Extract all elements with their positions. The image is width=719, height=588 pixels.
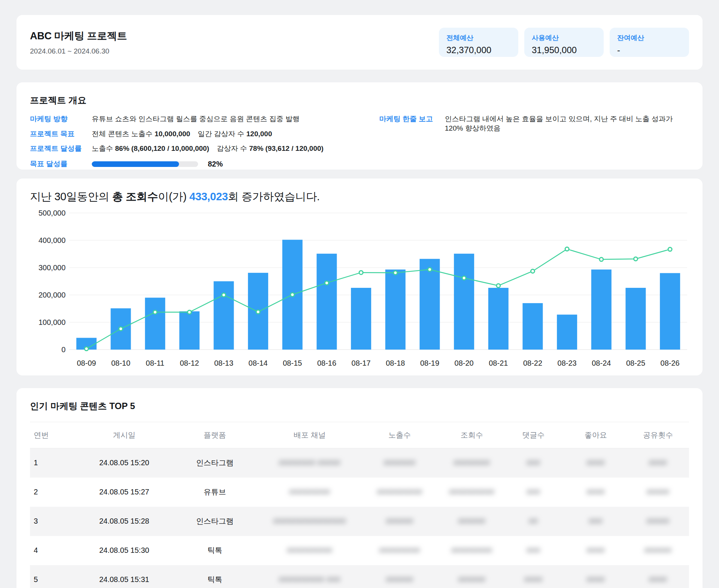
cell-no: 3 bbox=[30, 507, 80, 536]
budget-value: 32,370,000 bbox=[446, 45, 511, 55]
line-point bbox=[325, 281, 329, 285]
bar bbox=[557, 315, 577, 350]
x-axis-label: 08-11 bbox=[146, 359, 164, 367]
cell-platform: 인스타그램 bbox=[169, 448, 261, 478]
bar bbox=[591, 269, 612, 350]
bar bbox=[351, 288, 371, 350]
redacted-text: ######### bbox=[289, 488, 330, 496]
cell-channel-redacted: ########## bbox=[261, 536, 358, 565]
x-axis-label: 08-14 bbox=[249, 359, 268, 367]
cell-views-redacted: ########## bbox=[441, 478, 503, 507]
cell-views-redacted: ######## bbox=[441, 448, 503, 478]
bar bbox=[317, 254, 337, 350]
line-point bbox=[531, 269, 535, 273]
project-header-left: ABC 마케팅 프로젝트 2024.06.01 ~ 2024.06.30 bbox=[30, 29, 127, 55]
redacted-text: #### bbox=[649, 458, 667, 467]
chart-title-text: 지난 30일동안의 bbox=[30, 191, 112, 202]
cell-comments-redacted: ## bbox=[503, 507, 564, 536]
goal-number: 10,000,000 bbox=[155, 130, 190, 138]
x-axis-label: 08-13 bbox=[214, 359, 233, 367]
cell-shares-redacted: #### bbox=[627, 448, 689, 478]
line-point bbox=[634, 257, 638, 261]
table-row: 2 24.08.05 15:27 유튜브 ######### #########… bbox=[30, 478, 689, 507]
views-chart-card: 지난 30일동안의 총 조회수이(가) 433,023회 증가하였습니다. 01… bbox=[16, 179, 703, 375]
cell-channel-redacted: ######### bbox=[261, 478, 358, 507]
redacted-text: ###### bbox=[386, 575, 413, 584]
line-point bbox=[222, 293, 226, 297]
top-contents-title: 인기 마케팅 콘텐츠 TOP 5 bbox=[30, 400, 689, 412]
redacted-text: #### bbox=[649, 575, 667, 584]
chart-title-metric: 총 조회수 bbox=[112, 191, 158, 202]
column-header-no: 연번 bbox=[30, 422, 80, 448]
redacted-text: ##### bbox=[647, 488, 670, 496]
cell-platform: 틱톡 bbox=[169, 536, 261, 565]
cell-date: 24.08.05 15:27 bbox=[80, 478, 169, 507]
table-header-row: 연번 게시일 플랫폼 배포 채널 노출수 조회수 댓글수 좋아요 공유횟수 bbox=[30, 422, 689, 448]
overview-title: 프로젝트 개요 bbox=[30, 94, 689, 106]
column-header-shares: 공유횟수 bbox=[627, 422, 689, 448]
cell-likes-redacted: #### bbox=[564, 448, 627, 478]
line-point bbox=[291, 293, 294, 296]
redacted-text: #### bbox=[587, 546, 605, 554]
marketing-report-value: 인스타그램 내에서 높은 효율을 보이고 있으며, 지난 주 대비 노출 성과가… bbox=[445, 115, 689, 133]
redacted-text: ##### bbox=[647, 517, 670, 525]
cell-views-redacted: ###### bbox=[441, 565, 503, 588]
budget-box-total: 전체예산 32,370,000 bbox=[439, 28, 518, 57]
project-goal-value: 전체 콘텐츠 노출수 10,000,000일간 감상자 수 120,000 bbox=[92, 130, 272, 139]
project-header-card: ABC 마케팅 프로젝트 2024.06.01 ~ 2024.06.30 전체예… bbox=[16, 15, 703, 70]
redacted-text: ########## bbox=[377, 488, 422, 496]
x-axis-label: 08-18 bbox=[386, 359, 405, 367]
column-header-comments: 댓글수 bbox=[503, 422, 564, 448]
redacted-text: ###### bbox=[386, 517, 413, 525]
goal-progress-label: 목표 달성률 bbox=[30, 159, 92, 169]
x-axis-label: 08-09 bbox=[77, 359, 96, 367]
cell-likes-redacted: ### bbox=[564, 507, 627, 536]
project-goal-label: 프로젝트 목표 bbox=[30, 130, 92, 139]
achieve-text: 감상자 수 bbox=[217, 144, 247, 152]
line-point bbox=[462, 276, 466, 280]
marketing-direction-row: 마케팅 방향 유튜브 쇼츠와 인스타그램 릴스를 중심으로 음원 콘텐츠 집중 … bbox=[30, 115, 379, 124]
x-axis-label: 08-10 bbox=[111, 359, 130, 367]
cell-impressions-redacted: ###### bbox=[358, 565, 441, 588]
goal-text: 일간 감상자 수 bbox=[198, 130, 245, 138]
progress-fill bbox=[92, 161, 179, 167]
budget-label: 사용예산 bbox=[532, 33, 596, 42]
column-header-impressions: 노출수 bbox=[358, 422, 441, 448]
cell-date: 24.08.05 15:31 bbox=[80, 565, 169, 588]
cell-shares-redacted: ###### bbox=[627, 536, 689, 565]
x-axis-label: 08-24 bbox=[592, 359, 611, 367]
project-overview-card: 프로젝트 개요 마케팅 방향 유튜브 쇼츠와 인스타그램 릴스를 중심으로 음원… bbox=[16, 82, 703, 170]
column-header-views: 조회수 bbox=[441, 422, 503, 448]
line-point bbox=[668, 247, 672, 251]
views-combo-chart: 0100,000200,000300,000400,000500,00008-0… bbox=[30, 209, 689, 374]
overview-left-column: 마케팅 방향 유튜브 쇼츠와 인스타그램 릴스를 중심으로 음원 콘텐츠 집중 … bbox=[30, 115, 379, 174]
project-achievement-row: 프로젝트 달성률 노출수 86% (8,600,120 / 10,000,000… bbox=[30, 144, 379, 153]
y-axis-label: 200,000 bbox=[39, 291, 66, 299]
cell-no: 1 bbox=[30, 448, 80, 478]
top-contents-table: 연번 게시일 플랫폼 배포 채널 노출수 조회수 댓글수 좋아요 공유횟수 1 … bbox=[30, 422, 689, 588]
column-header-platform: 플랫폼 bbox=[169, 422, 261, 448]
redacted-text: ################ bbox=[273, 517, 346, 525]
cell-impressions-redacted: ####### bbox=[358, 448, 441, 478]
line-point bbox=[256, 310, 260, 314]
redacted-text: ###### bbox=[644, 546, 672, 554]
project-goal-row: 프로젝트 목표 전체 콘텐츠 노출수 10,000,000일간 감상자 수 12… bbox=[30, 130, 379, 139]
redacted-text: ######### bbox=[379, 546, 420, 554]
bar bbox=[660, 273, 680, 350]
redacted-text: ########## bbox=[287, 546, 332, 554]
chart-title-number: 433,023 bbox=[189, 191, 228, 202]
line-point bbox=[428, 268, 432, 271]
cell-platform: 인스타그램 bbox=[169, 507, 261, 536]
bar bbox=[420, 259, 440, 350]
line-point bbox=[497, 284, 500, 287]
redacted-text: ### bbox=[527, 488, 540, 496]
project-achievement-value: 노출수 86% (8,600,120 / 10,000,000)감상자 수 78… bbox=[92, 144, 324, 153]
column-header-date: 게시일 bbox=[80, 422, 169, 448]
cell-likes-redacted: #### bbox=[564, 536, 627, 565]
marketing-direction-label: 마케팅 방향 bbox=[30, 115, 92, 124]
redacted-text: ####### bbox=[384, 458, 416, 467]
line-point bbox=[188, 310, 191, 314]
bar bbox=[523, 303, 543, 350]
cell-comments-redacted: #### bbox=[503, 565, 564, 588]
budget-box-remaining: 잔여예산 - bbox=[610, 28, 689, 57]
